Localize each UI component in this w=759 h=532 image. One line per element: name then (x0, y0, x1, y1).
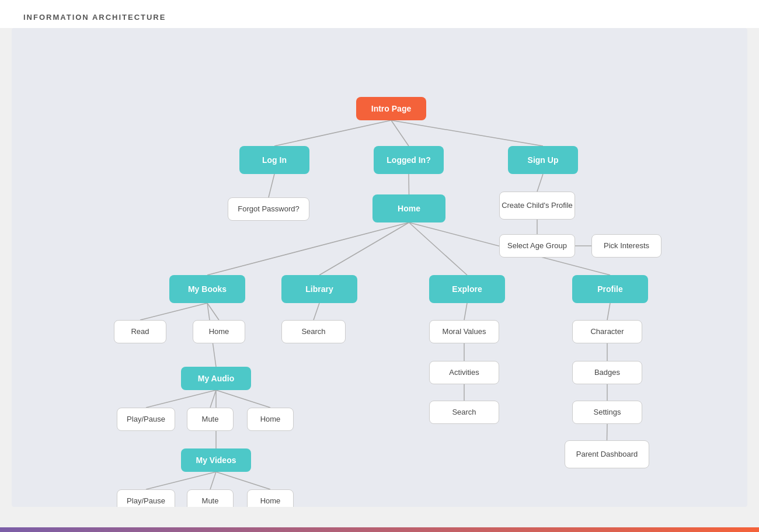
node-signup: Sign Up (508, 146, 578, 174)
svg-line-23 (146, 390, 216, 408)
node-library: Library (281, 275, 357, 303)
node-playpause1: Play/Pause (117, 408, 175, 431)
node-search_lib: Search (281, 320, 346, 343)
svg-line-0 (274, 120, 391, 146)
node-search_exp: Search (429, 401, 499, 424)
svg-line-12 (140, 303, 207, 320)
node-mute1: Mute (187, 408, 234, 431)
node-badges: Badges (572, 361, 642, 384)
svg-line-1 (391, 120, 409, 146)
footer-bar (0, 527, 759, 532)
node-mybooks: My Books (169, 275, 245, 303)
node-home2: Home (193, 320, 245, 343)
svg-line-25 (216, 390, 270, 408)
svg-line-27 (146, 472, 216, 489)
svg-line-3 (269, 174, 274, 197)
node-myvideos: My Videos (181, 448, 251, 472)
node-character: Character (572, 320, 642, 343)
page-header: INFORMATION ARCHITECTURE (0, 0, 759, 28)
svg-line-28 (210, 472, 216, 489)
node-home4: Home (247, 489, 294, 507)
svg-line-5 (537, 174, 543, 192)
node-activities: Activities (429, 361, 499, 384)
node-createchild: Create Child's Profile (499, 192, 575, 220)
node-parentdash: Parent Dashboard (565, 440, 649, 468)
svg-line-9 (319, 222, 409, 275)
node-pickinterests: Pick Interests (591, 234, 661, 258)
svg-line-14 (314, 303, 319, 320)
node-intro: Intro Page (356, 97, 426, 120)
svg-line-13 (207, 303, 219, 320)
node-myaudio: My Audio (181, 367, 251, 390)
node-loggedin: Logged In? (374, 146, 444, 174)
svg-line-8 (207, 222, 409, 275)
node-home3: Home (247, 408, 294, 431)
node-explore: Explore (429, 275, 505, 303)
node-mute2: Mute (187, 489, 234, 507)
node-login: Log In (239, 146, 309, 174)
node-home: Home (372, 194, 445, 222)
svg-line-21 (607, 424, 608, 440)
node-selectage: Select Age Group (499, 234, 575, 258)
page-title: INFORMATION ARCHITECTURE (23, 13, 166, 22)
node-playpause2: Play/Pause (117, 489, 175, 507)
node-forgotpw: Forgot Password? (228, 197, 309, 221)
diagram-container: Intro PageLog InLogged In?Sign UpForgot … (12, 28, 747, 507)
node-profile: Profile (572, 275, 648, 303)
svg-line-4 (409, 174, 409, 194)
svg-line-29 (216, 472, 270, 489)
svg-line-15 (464, 303, 467, 320)
svg-line-18 (607, 303, 610, 320)
node-settings: Settings (572, 401, 642, 424)
node-moralvalues: Moral Values (429, 320, 499, 343)
svg-line-10 (409, 222, 468, 275)
svg-line-2 (391, 120, 543, 146)
node-read: Read (114, 320, 166, 343)
svg-line-24 (210, 390, 216, 408)
